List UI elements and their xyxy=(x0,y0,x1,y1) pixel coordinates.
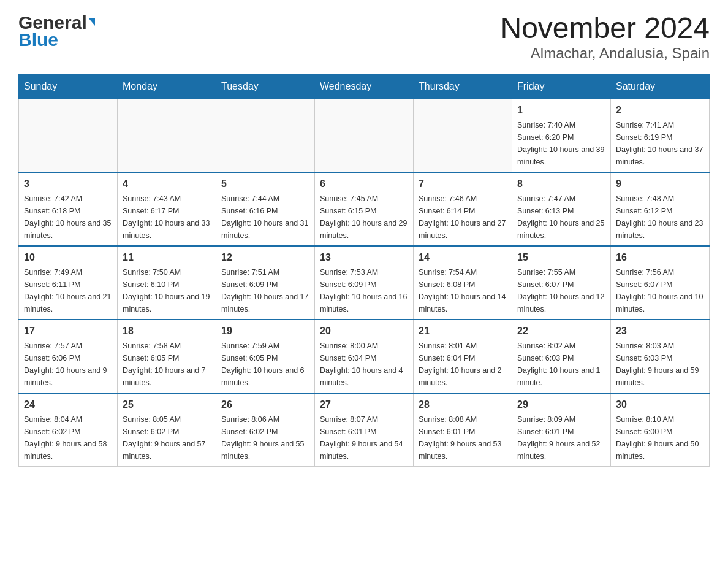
day-sun-info: Sunrise: 7:53 AMSunset: 6:09 PMDaylight:… xyxy=(320,266,408,315)
day-sun-info: Sunrise: 7:56 AMSunset: 6:07 PMDaylight:… xyxy=(616,266,704,315)
day-of-week-header: Sunday xyxy=(19,74,118,99)
calendar-day-cell: 29Sunrise: 8:09 AMSunset: 6:01 PMDayligh… xyxy=(512,393,611,467)
calendar-day-cell: 7Sunrise: 7:46 AMSunset: 6:14 PMDaylight… xyxy=(414,172,512,246)
day-number: 27 xyxy=(320,397,408,412)
calendar-day-cell: 14Sunrise: 7:54 AMSunset: 6:08 PMDayligh… xyxy=(414,246,512,320)
day-number: 4 xyxy=(123,177,211,191)
day-number: 29 xyxy=(517,397,605,412)
day-sun-info: Sunrise: 7:43 AMSunset: 6:17 PMDaylight:… xyxy=(123,193,211,242)
day-sun-info: Sunrise: 7:51 AMSunset: 6:09 PMDaylight:… xyxy=(221,266,309,315)
calendar-day-cell: 26Sunrise: 8:06 AMSunset: 6:02 PMDayligh… xyxy=(216,393,315,467)
calendar-week-row: 17Sunrise: 7:57 AMSunset: 6:06 PMDayligh… xyxy=(19,320,710,393)
calendar-header-row: SundayMondayTuesdayWednesdayThursdayFrid… xyxy=(19,74,710,99)
calendar-day-cell: 27Sunrise: 8:07 AMSunset: 6:01 PMDayligh… xyxy=(315,393,414,467)
calendar-day-cell: 4Sunrise: 7:43 AMSunset: 6:17 PMDaylight… xyxy=(118,172,216,246)
day-number: 20 xyxy=(320,324,408,339)
calendar-day-cell: 20Sunrise: 8:00 AMSunset: 6:04 PMDayligh… xyxy=(315,320,414,393)
calendar-day-cell xyxy=(19,99,118,172)
day-sun-info: Sunrise: 7:44 AMSunset: 6:16 PMDaylight:… xyxy=(221,193,309,242)
day-number: 21 xyxy=(419,324,507,339)
day-number: 12 xyxy=(221,250,309,265)
calendar-month-year: November 2024 xyxy=(500,12,710,45)
calendar-day-cell xyxy=(216,99,315,172)
day-number: 1 xyxy=(517,103,605,118)
day-sun-info: Sunrise: 7:50 AMSunset: 6:10 PMDaylight:… xyxy=(123,266,211,315)
day-sun-info: Sunrise: 8:05 AMSunset: 6:02 PMDaylight:… xyxy=(123,413,211,462)
calendar-day-cell: 25Sunrise: 8:05 AMSunset: 6:02 PMDayligh… xyxy=(118,393,216,467)
day-number: 30 xyxy=(616,397,704,412)
calendar-week-row: 10Sunrise: 7:49 AMSunset: 6:11 PMDayligh… xyxy=(19,246,710,320)
logo-arrow-icon xyxy=(88,18,95,26)
calendar-week-row: 3Sunrise: 7:42 AMSunset: 6:18 PMDaylight… xyxy=(19,172,710,246)
day-sun-info: Sunrise: 8:06 AMSunset: 6:02 PMDaylight:… xyxy=(221,413,309,462)
day-of-week-header: Monday xyxy=(118,74,216,99)
calendar-title-block: November 2024 Almachar, Andalusia, Spain xyxy=(500,12,710,62)
calendar-day-cell xyxy=(118,99,216,172)
calendar-day-cell: 17Sunrise: 7:57 AMSunset: 6:06 PMDayligh… xyxy=(19,320,118,393)
calendar-day-cell: 13Sunrise: 7:53 AMSunset: 6:09 PMDayligh… xyxy=(315,246,414,320)
day-sun-info: Sunrise: 7:40 AMSunset: 6:20 PMDaylight:… xyxy=(517,119,605,168)
calendar-day-cell: 12Sunrise: 7:51 AMSunset: 6:09 PMDayligh… xyxy=(216,246,315,320)
day-number: 26 xyxy=(221,397,309,412)
page-header: General Blue November 2024 Almachar, And… xyxy=(18,12,710,62)
day-number: 23 xyxy=(616,324,704,339)
day-sun-info: Sunrise: 8:02 AMSunset: 6:03 PMDaylight:… xyxy=(517,340,605,389)
day-sun-info: Sunrise: 7:49 AMSunset: 6:11 PMDaylight:… xyxy=(24,266,112,315)
calendar-day-cell: 22Sunrise: 8:02 AMSunset: 6:03 PMDayligh… xyxy=(512,320,611,393)
day-sun-info: Sunrise: 8:01 AMSunset: 6:04 PMDaylight:… xyxy=(419,340,507,389)
day-number: 18 xyxy=(123,324,211,339)
day-number: 10 xyxy=(24,250,112,265)
calendar-day-cell: 8Sunrise: 7:47 AMSunset: 6:13 PMDaylight… xyxy=(512,172,611,246)
day-number: 7 xyxy=(419,177,507,191)
day-sun-info: Sunrise: 7:42 AMSunset: 6:18 PMDaylight:… xyxy=(24,193,112,242)
day-sun-info: Sunrise: 8:04 AMSunset: 6:02 PMDaylight:… xyxy=(24,413,112,462)
calendar-day-cell: 6Sunrise: 7:45 AMSunset: 6:15 PMDaylight… xyxy=(315,172,414,246)
day-sun-info: Sunrise: 7:58 AMSunset: 6:05 PMDaylight:… xyxy=(123,340,211,389)
day-sun-info: Sunrise: 7:46 AMSunset: 6:14 PMDaylight:… xyxy=(419,193,507,242)
calendar-day-cell: 24Sunrise: 8:04 AMSunset: 6:02 PMDayligh… xyxy=(19,393,118,467)
calendar-day-cell: 2Sunrise: 7:41 AMSunset: 6:19 PMDaylight… xyxy=(611,99,710,172)
calendar-day-cell: 21Sunrise: 8:01 AMSunset: 6:04 PMDayligh… xyxy=(414,320,512,393)
day-number: 16 xyxy=(616,250,704,265)
day-number: 6 xyxy=(320,177,408,191)
day-number: 11 xyxy=(123,250,211,265)
calendar-day-cell: 19Sunrise: 7:59 AMSunset: 6:05 PMDayligh… xyxy=(216,320,315,393)
day-number: 14 xyxy=(419,250,507,265)
day-number: 9 xyxy=(616,177,704,191)
calendar-day-cell: 10Sunrise: 7:49 AMSunset: 6:11 PMDayligh… xyxy=(19,246,118,320)
calendar-day-cell: 1Sunrise: 7:40 AMSunset: 6:20 PMDaylight… xyxy=(512,99,611,172)
day-number: 28 xyxy=(419,397,507,412)
calendar-day-cell: 3Sunrise: 7:42 AMSunset: 6:18 PMDaylight… xyxy=(19,172,118,246)
day-of-week-header: Saturday xyxy=(611,74,710,99)
calendar-day-cell: 30Sunrise: 8:10 AMSunset: 6:00 PMDayligh… xyxy=(611,393,710,467)
day-number: 5 xyxy=(221,177,309,191)
day-number: 19 xyxy=(221,324,309,339)
calendar-day-cell: 15Sunrise: 7:55 AMSunset: 6:07 PMDayligh… xyxy=(512,246,611,320)
calendar-week-row: 1Sunrise: 7:40 AMSunset: 6:20 PMDaylight… xyxy=(19,99,710,172)
calendar-day-cell: 18Sunrise: 7:58 AMSunset: 6:05 PMDayligh… xyxy=(118,320,216,393)
logo-blue-text: Blue xyxy=(18,29,58,50)
day-number: 17 xyxy=(24,324,112,339)
day-number: 24 xyxy=(24,397,112,412)
day-sun-info: Sunrise: 8:07 AMSunset: 6:01 PMDaylight:… xyxy=(320,413,408,462)
day-number: 8 xyxy=(517,177,605,191)
day-of-week-header: Thursday xyxy=(414,74,512,99)
calendar-day-cell: 28Sunrise: 8:08 AMSunset: 6:01 PMDayligh… xyxy=(414,393,512,467)
day-number: 22 xyxy=(517,324,605,339)
calendar-day-cell xyxy=(414,99,512,172)
day-sun-info: Sunrise: 7:48 AMSunset: 6:12 PMDaylight:… xyxy=(616,193,704,242)
calendar-day-cell: 5Sunrise: 7:44 AMSunset: 6:16 PMDaylight… xyxy=(216,172,315,246)
day-number: 15 xyxy=(517,250,605,265)
calendar-week-row: 24Sunrise: 8:04 AMSunset: 6:02 PMDayligh… xyxy=(19,393,710,467)
day-sun-info: Sunrise: 8:03 AMSunset: 6:03 PMDaylight:… xyxy=(616,340,704,389)
day-sun-info: Sunrise: 7:54 AMSunset: 6:08 PMDaylight:… xyxy=(419,266,507,315)
calendar-day-cell: 11Sunrise: 7:50 AMSunset: 6:10 PMDayligh… xyxy=(118,246,216,320)
calendar-day-cell: 16Sunrise: 7:56 AMSunset: 6:07 PMDayligh… xyxy=(611,246,710,320)
day-number: 2 xyxy=(616,103,704,118)
day-number: 3 xyxy=(24,177,112,191)
day-of-week-header: Friday xyxy=(512,74,611,99)
day-sun-info: Sunrise: 7:57 AMSunset: 6:06 PMDaylight:… xyxy=(24,340,112,389)
day-sun-info: Sunrise: 7:55 AMSunset: 6:07 PMDaylight:… xyxy=(517,266,605,315)
calendar-location: Almachar, Andalusia, Spain xyxy=(500,45,710,62)
day-sun-info: Sunrise: 8:09 AMSunset: 6:01 PMDaylight:… xyxy=(517,413,605,462)
